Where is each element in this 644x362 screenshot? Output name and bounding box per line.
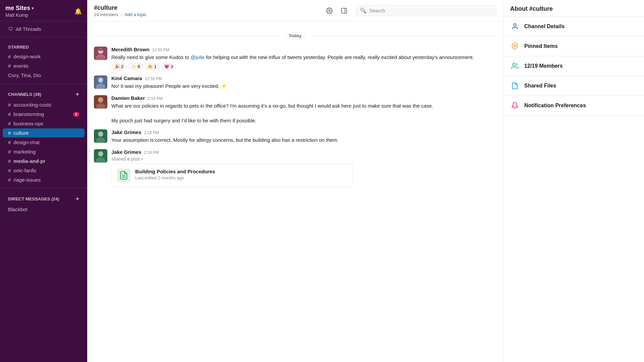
avatar-kine bbox=[94, 75, 107, 89]
svg-point-29 bbox=[513, 63, 515, 66]
right-panel-channel-details[interactable]: Channel Details bbox=[503, 17, 644, 37]
message-time-kine: 12:55 PM bbox=[145, 76, 162, 81]
message-content-jake-2: Jake Grimes 2:19 PM shared a post ▾ bbox=[111, 149, 496, 187]
avatar-jake-2 bbox=[94, 149, 107, 163]
message-kine: Kiné Camara 12:55 PM No! It was my pleas… bbox=[94, 73, 496, 92]
shared-post-label: shared a post ▾ bbox=[111, 156, 496, 162]
bell-icon[interactable]: 🔔 bbox=[74, 8, 82, 15]
channel-title-area: #culture 19 members | Add a topic bbox=[94, 4, 323, 17]
message-time-jake-1: 2:18 PM bbox=[144, 130, 159, 135]
sidebar-item-business-ops[interactable]: #business-ops bbox=[3, 119, 85, 128]
post-card-title: Building Policies and Procedures bbox=[135, 169, 215, 174]
sidebar-header: me Sites ▾ Matt Kump 🔔 bbox=[0, 0, 87, 21]
message-text-meredith: Really need to give some Kudos to @julie… bbox=[111, 54, 496, 61]
members-icon bbox=[510, 62, 520, 70]
threads-icon: 🗨 bbox=[8, 26, 13, 32]
channel-details-label: Channel Details bbox=[524, 23, 565, 29]
avatar-jake-1 bbox=[94, 129, 107, 143]
sender-name-jake-2[interactable]: Jake Grimes bbox=[111, 149, 141, 155]
sidebar-item-onic-fanfic[interactable]: #onic-fanfic bbox=[3, 166, 85, 175]
post-card-icon bbox=[117, 169, 130, 182]
dm-section-label[interactable]: DIRECT MESSAGES (24) + bbox=[3, 193, 85, 204]
right-panel: About #culture Channel Details Pinned It… bbox=[503, 0, 644, 362]
pinned-items-icon bbox=[510, 43, 520, 50]
sidebar-item-all-threads[interactable]: 🗨 All Threads bbox=[3, 24, 85, 34]
brainstorming-badge: 1 bbox=[73, 112, 79, 117]
workspace-name[interactable]: me Sites ▾ bbox=[5, 5, 34, 12]
sidebar-item-design-work[interactable]: #design-work bbox=[3, 52, 85, 61]
post-card-info: Building Policies and Procedures Last ed… bbox=[135, 169, 215, 180]
starred-section-label[interactable]: STARRED bbox=[3, 43, 85, 52]
search-bar[interactable]: 🔍 Search bbox=[356, 5, 496, 16]
add-dm-button[interactable]: + bbox=[75, 195, 79, 202]
message-text-kine: No! It was my pleasure! People are very … bbox=[111, 82, 496, 90]
message-content-meredith: Meredith Brown 12:50 PM Really need to g… bbox=[111, 47, 496, 70]
mention-julie[interactable]: @julie bbox=[191, 54, 205, 60]
message-jake-1: Jake Grimes 2:18 PM Your assumption is c… bbox=[94, 127, 496, 146]
sidebar: me Sites ▾ Matt Kump 🔔 🗨 All Threads STA… bbox=[0, 0, 87, 362]
shared-post-text: shared a post bbox=[111, 156, 140, 162]
avatar-meredith bbox=[94, 47, 107, 60]
add-topic-link[interactable]: Add a topic bbox=[125, 12, 147, 17]
right-panel-members[interactable]: 12/19 Members bbox=[503, 56, 644, 76]
sidebar-item-culture[interactable]: #culture bbox=[3, 128, 85, 137]
sidebar-item-blackbot[interactable]: Blackbot bbox=[3, 205, 85, 214]
shared-files-label: Shared Files bbox=[524, 83, 556, 89]
sidebar-item-cory-tina-dio[interactable]: Cory, Tina, Dio bbox=[3, 71, 85, 80]
sidebar-item-accounting-costs[interactable]: #accounting-costs bbox=[3, 100, 85, 109]
date-label: Today bbox=[284, 32, 306, 39]
settings-button[interactable] bbox=[323, 5, 335, 17]
svg-point-24 bbox=[99, 152, 103, 156]
sender-name-jake-1[interactable]: Jake Grimes bbox=[111, 129, 141, 135]
reaction-sparkles[interactable]: ✨ 8 bbox=[128, 63, 143, 70]
message-time-jake-2: 2:19 PM bbox=[144, 150, 159, 155]
sender-name-kine[interactable]: Kiné Camara bbox=[111, 75, 142, 81]
main-content: #culture 19 members | Add a topic bbox=[87, 0, 503, 362]
sidebar-channels-section: CHANNELS (39) + #accounting-costs #brain… bbox=[0, 86, 87, 186]
sidebar-item-brainstorming[interactable]: #brainstorming 1 bbox=[3, 110, 85, 119]
sidebar-item-marketing[interactable]: #marketing bbox=[3, 147, 85, 156]
notification-preferences-label: Notification Preferences bbox=[524, 103, 586, 109]
user-name: Matt Kump bbox=[5, 12, 34, 18]
channel-header-actions bbox=[323, 5, 350, 17]
message-text-jake-1: Your assumption is correct. Mostly for a… bbox=[111, 136, 496, 144]
search-icon: 🔍 bbox=[360, 7, 367, 14]
messages-area: Today Meredith Brown 12:50 PM bbox=[87, 21, 503, 362]
right-panel-notification-preferences[interactable]: Notification Preferences bbox=[503, 96, 644, 116]
workspace-chevron-icon: ▾ bbox=[32, 6, 34, 11]
sender-name-meredith[interactable]: Meredith Brown bbox=[111, 47, 149, 52]
add-channel-button[interactable]: + bbox=[75, 91, 79, 98]
avatar-damien bbox=[94, 95, 107, 109]
workspace-info: me Sites ▾ Matt Kump bbox=[5, 5, 34, 18]
shared-post-chevron-icon[interactable]: ▾ bbox=[141, 157, 143, 161]
pinned-items-label: Pinned Items bbox=[524, 43, 558, 49]
svg-point-27 bbox=[514, 24, 516, 26]
right-panel-title: About #culture bbox=[510, 5, 637, 12]
message-time-damien: 2:14 PM bbox=[148, 96, 163, 101]
right-panel-pinned-items[interactable]: Pinned Items bbox=[503, 37, 644, 56]
svg-point-16 bbox=[99, 98, 103, 102]
post-card-meta: Last edited 2 months ago bbox=[135, 175, 215, 180]
sidebar-item-events[interactable]: #events bbox=[3, 61, 85, 70]
channels-section-label[interactable]: CHANNELS (39) + bbox=[3, 89, 85, 100]
sidebar-divider-3 bbox=[0, 188, 87, 188]
notification-preferences-icon bbox=[510, 102, 520, 109]
right-panel-header: About #culture bbox=[503, 0, 644, 17]
message-damien: Damien Baker 2:14 PM What are our polici… bbox=[94, 93, 496, 126]
reaction-clap[interactable]: 👏 1 bbox=[144, 63, 159, 70]
reaction-party[interactable]: 🎉 2 bbox=[111, 63, 126, 70]
sidebar-item-riage-issues[interactable]: #riage-issues bbox=[3, 175, 85, 184]
sidebar-dm-section: DIRECT MESSAGES (24) + Blackbot bbox=[0, 190, 87, 216]
sidebar-toggle-button[interactable] bbox=[338, 5, 350, 17]
right-panel-shared-files[interactable]: Shared Files bbox=[503, 76, 644, 96]
post-card[interactable]: Building Policies and Procedures Last ed… bbox=[111, 164, 353, 187]
reaction-heart[interactable]: 💗 3 bbox=[161, 63, 176, 70]
svg-point-0 bbox=[329, 10, 330, 11]
sidebar-item-design-chat[interactable]: #design-chat bbox=[3, 138, 85, 147]
sidebar-item-media-and-pr[interactable]: #media-and-pr bbox=[3, 157, 85, 166]
sender-name-damien[interactable]: Damien Baker bbox=[111, 95, 145, 101]
message-content-damien: Damien Baker 2:14 PM What are our polici… bbox=[111, 95, 496, 124]
channel-details-icon bbox=[510, 23, 520, 30]
message-content-jake-1: Jake Grimes 2:18 PM Your assumption is c… bbox=[111, 129, 496, 144]
message-jake-2: Jake Grimes 2:19 PM shared a post ▾ bbox=[94, 147, 496, 189]
